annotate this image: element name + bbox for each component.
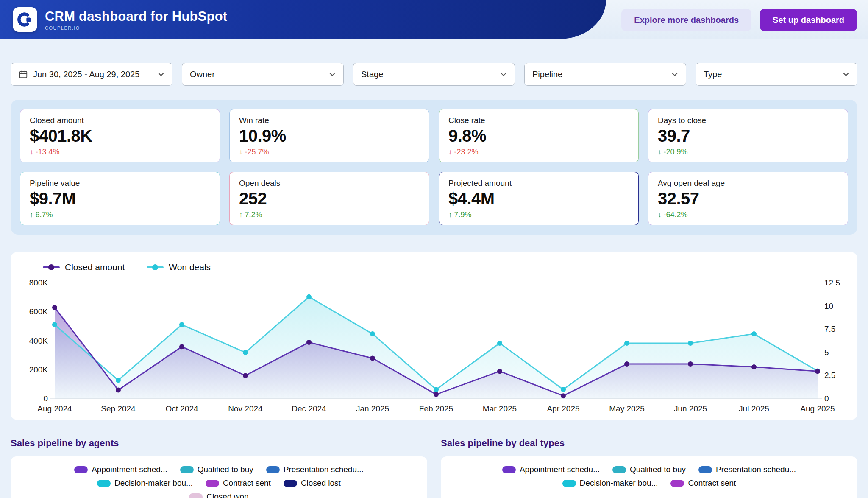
svg-text:Jan 2025: Jan 2025 [356,404,389,413]
setup-dashboard-button[interactable]: Set up dashboard [760,9,857,31]
color-swatch-icon [97,480,111,487]
kpi-card-pipeline-value: Pipeline value $9.7M ↑6.7% [20,172,220,225]
kpi-delta: -25.7% [245,148,269,157]
agents-chart-panel: Appointment sched... Qualified to buy Pr… [11,456,427,498]
trend-chart-panel: Closed amount Won deals 0200K400K600K800… [11,252,857,420]
trend-arrow-icon: ↓ [658,148,662,157]
svg-text:10: 10 [824,302,833,311]
deal-types-chart-legend: Appointment schedu... Qualified to buy P… [501,465,798,488]
svg-text:600K: 600K [29,307,48,316]
legend-item: Qualified to buy [612,465,686,474]
svg-text:Oct 2024: Oct 2024 [165,404,198,413]
kpi-card-open-deals: Open deals 252 ↑7.2% [229,172,429,225]
chevron-down-icon [329,72,336,76]
color-swatch-icon [284,480,297,487]
color-swatch-icon [612,466,626,473]
legend-item: Contract sent [670,478,736,488]
color-swatch-icon [670,480,684,487]
kpi-value: 32.57 [658,189,838,208]
kpi-value: 252 [239,189,420,208]
legend-item: Appointment schedu... [502,465,600,474]
kpi-delta: -23.2% [454,148,479,157]
legend-label: Presentation schedu... [284,465,364,474]
kpi-label: Open deals [239,179,420,188]
section-title: Sales pipeline by deal types [441,438,857,449]
brand-subtitle: COUPLER.IO [45,25,227,31]
legend-label: Decision-maker bou... [580,478,658,488]
kpi-card-avg-open-deal-age: Avg open deal age 32.57 ↓-64.2% [648,172,848,225]
pipeline-filter-label: Pipeline [532,70,562,79]
kpi-card-win-rate: Win rate 10.9% ↓-25.7% [229,109,429,162]
color-swatch-icon [206,480,219,487]
svg-text:May 2025: May 2025 [609,404,644,413]
svg-text:Sep 2024: Sep 2024 [101,404,136,413]
kpi-label: Days to close [658,116,838,125]
svg-text:Apr 2025: Apr 2025 [547,404,579,413]
svg-text:5: 5 [824,348,829,357]
legend-item: Qualified to buy [180,465,253,474]
legend-item: Decision-maker bou... [562,478,658,488]
legend-item: Presentation schedu... [698,465,796,474]
legend-label: Presentation schedu... [716,465,796,474]
calendar-icon [19,70,28,79]
color-swatch-icon [74,466,88,473]
legend-label: Appointment sched... [92,465,167,474]
kpi-value: 39.7 [658,126,838,145]
chart-legend: Closed amount Won deals [43,262,847,272]
kpi-label: Pipeline value [30,179,210,188]
date-range-filter[interactable]: Jun 30, 2025 - Aug 29, 2025 [11,63,172,86]
type-filter[interactable]: Type [696,63,857,86]
svg-text:Feb 2025: Feb 2025 [419,404,453,413]
header-banner: CRM dashboard for HubSpot COUPLER.IO [0,0,606,39]
trend-arrow-icon: ↑ [448,211,452,219]
type-filter-label: Type [704,70,722,79]
legend-label: Decision-maker bou... [114,478,193,488]
svg-text:400K: 400K [29,336,48,345]
chevron-down-icon [500,72,507,76]
chevron-down-icon [843,72,849,76]
legend-label: Closed won [206,492,248,498]
kpi-card-closed-amount: Closed amount $401.8K ↓-13.4% [20,109,220,162]
kpi-value: $4.4M [448,189,629,208]
color-swatch-icon [189,493,203,498]
kpi-delta: 7.2% [245,210,262,219]
kpi-value: 9.8% [448,126,629,145]
legend-label: Contract sent [223,478,271,488]
kpi-value: $9.7M [30,189,210,208]
owner-filter[interactable]: Owner [182,63,344,86]
legend-item: Closed won [189,492,248,498]
kpi-delta: 7.9% [454,210,472,219]
kpi-value: $401.8K [30,126,210,145]
svg-text:Dec 2024: Dec 2024 [292,404,326,413]
trend-arrow-icon: ↓ [658,211,662,219]
trend-arrow-icon: ↓ [448,148,452,157]
kpi-label: Avg open deal age [658,179,838,188]
legend-item: Contract sent [206,478,271,488]
page-title: CRM dashboard for HubSpot [45,9,227,24]
header: CRM dashboard for HubSpot COUPLER.IO Exp… [0,0,868,39]
svg-text:7.5: 7.5 [824,325,835,333]
deal-types-chart-panel: Appointment schedu... Qualified to buy P… [441,456,857,498]
svg-text:2.5: 2.5 [824,371,835,380]
legend-label: Appointment schedu... [520,465,600,474]
svg-text:Aug 2024: Aug 2024 [37,404,72,413]
color-swatch-icon [180,466,194,473]
svg-text:0: 0 [824,394,829,403]
legend-label: Won deals [169,262,211,272]
kpi-card-days-to-close: Days to close 39.7 ↓-20.9% [648,109,848,162]
color-swatch-icon [502,466,516,473]
trend-arrow-icon: ↑ [30,211,33,219]
legend-item-closed-amount: Closed amount [43,262,125,272]
kpi-card-close-rate: Close rate 9.8% ↓-23.2% [439,109,639,162]
chevron-down-icon [671,72,678,76]
legend-item-won-deals: Won deals [147,262,211,272]
explore-more-dashboards-button[interactable]: Explore more dashboards [621,9,751,31]
filter-bar: Jun 30, 2025 - Aug 29, 2025 Owner Stage … [0,63,868,86]
stage-filter[interactable]: Stage [353,63,515,86]
pipeline-filter[interactable]: Pipeline [524,63,686,86]
svg-text:Jun 2025: Jun 2025 [674,404,707,413]
color-swatch-icon [698,466,712,473]
closed-amount-won-deals-chart: 0200K400K600K800K02.557.51012.5Aug 2024S… [21,277,847,417]
owner-filter-label: Owner [190,70,215,79]
legend-label: Contract sent [688,478,736,488]
